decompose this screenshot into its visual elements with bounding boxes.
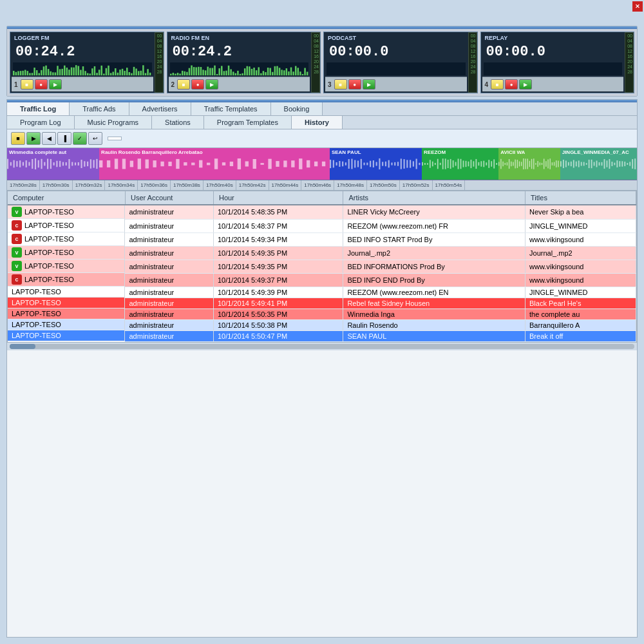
tab-program-log[interactable]: Program Log xyxy=(7,116,75,129)
table-row[interactable]: vLAPTOP-TESOadministrateur10/1/2014 5:48… xyxy=(8,205,636,219)
svg-rect-47 xyxy=(122,69,124,75)
prev-button[interactable]: ◀ xyxy=(42,132,56,145)
table-row[interactable]: cLAPTOP-TESOadministrateur10/1/2014 5:49… xyxy=(8,273,636,287)
svg-rect-234 xyxy=(483,161,484,167)
svg-rect-250 xyxy=(519,162,520,167)
table-row[interactable]: vLAPTOP-TESOadministrateur10/1/2014 5:49… xyxy=(8,260,636,273)
hour: 10/1/2014 5:48:37 PM xyxy=(213,219,343,232)
table-row[interactable]: LAPTOP-TESOadministrateur10/1/2014 5:50:… xyxy=(8,319,636,330)
table-row[interactable]: LAPTOP-TESOadministrateur10/1/2014 5:50:… xyxy=(8,308,636,319)
channel-rec-4[interactable]: ● xyxy=(505,79,518,90)
svg-rect-276 xyxy=(576,162,577,167)
channel-play-1[interactable]: ▶ xyxy=(49,79,62,90)
svg-rect-231 xyxy=(476,159,477,169)
svg-rect-96 xyxy=(253,68,255,75)
tab-program-templates[interactable]: Program Templates xyxy=(204,116,292,129)
svg-rect-34 xyxy=(91,68,93,75)
channel-play-4[interactable]: ▶ xyxy=(519,79,532,90)
scrollbar-bottom[interactable] xyxy=(7,343,637,350)
artists: Journal_.mp2 xyxy=(343,246,526,260)
vu-tick: 24 xyxy=(626,64,632,69)
logger-close-button[interactable]: ✕ xyxy=(632,1,643,12)
svg-rect-293 xyxy=(619,161,620,167)
channel-stop-1[interactable]: ■ xyxy=(21,79,33,90)
hour: 10/1/2014 5:49:41 PM xyxy=(213,298,343,308)
computer-name: LAPTOP-TESO xyxy=(24,208,74,216)
user-account: administrateur xyxy=(125,260,213,273)
scroll-track[interactable] xyxy=(10,344,634,349)
svg-rect-287 xyxy=(603,159,605,169)
artists: BED INFO END Prod By xyxy=(343,273,526,287)
tab-history[interactable]: History xyxy=(292,116,343,129)
svg-rect-70 xyxy=(193,67,194,75)
svg-rect-41 xyxy=(108,66,109,75)
channel-rec-2[interactable]: ● xyxy=(191,79,204,90)
logger-channels: LOGGER FM 00:24.2 1 ■ ● ▶ 00040812162024… xyxy=(7,29,637,96)
svg-rect-11 xyxy=(39,73,41,75)
tab-traffic-templates[interactable]: Traffic Templates xyxy=(191,102,271,115)
back-button[interactable]: ↩ xyxy=(88,132,102,145)
table-row[interactable]: vLAPTOP-TESOadministrateur10/1/2014 5:49… xyxy=(8,246,636,260)
vu-meter-2: 0004081216202428 xyxy=(311,32,320,93)
tab-music-programs[interactable]: Music Programs xyxy=(75,116,152,129)
ruler-tick: 17h50m32s xyxy=(73,180,106,190)
timeline-segment: JINGLE_WINMEDIA_07_AC xyxy=(560,148,637,180)
svg-rect-25 xyxy=(71,68,73,75)
table-row[interactable]: LAPTOP-TESOadministrateur10/1/2014 5:50:… xyxy=(8,330,636,341)
segment-label: JINGLE_WINMEDIA_07_AC xyxy=(562,149,629,155)
log-table-wrapper[interactable]: ComputerUser AccountHourArtistsTitles vL… xyxy=(7,191,637,343)
tab-stations[interactable]: Stations xyxy=(152,116,204,129)
artists: REEZOM (www.reezom.net) EN xyxy=(343,287,526,298)
svg-rect-289 xyxy=(609,159,610,169)
channel-stop-2[interactable]: ■ xyxy=(177,79,190,90)
svg-rect-145 xyxy=(84,161,85,166)
svg-rect-100 xyxy=(262,71,264,75)
svg-rect-247 xyxy=(513,162,514,166)
play-button[interactable]: ▶ xyxy=(26,132,41,145)
svg-rect-92 xyxy=(243,68,245,75)
vu-tick: 00 xyxy=(312,33,319,38)
tab-traffic-ads[interactable]: Traffic Ads xyxy=(70,102,129,115)
tab-advertisers[interactable]: Advertisers xyxy=(129,102,191,115)
svg-rect-143 xyxy=(78,162,79,166)
badge-cell: LAPTOP-TESO xyxy=(8,330,125,341)
svg-rect-187 xyxy=(351,159,352,169)
check-button[interactable]: ✓ xyxy=(73,132,87,145)
channel-rec-3[interactable]: ● xyxy=(348,79,361,90)
badge-cell: cLAPTOP-TESO xyxy=(8,232,125,246)
table-row[interactable]: cLAPTOP-TESOadministrateur10/1/2014 5:49… xyxy=(8,232,636,246)
svg-rect-81 xyxy=(218,68,220,75)
svg-rect-6 xyxy=(27,71,29,75)
channel-play-3[interactable]: ▶ xyxy=(363,79,375,90)
tab-booking[interactable]: Booking xyxy=(271,102,323,115)
svg-rect-119 xyxy=(306,71,308,75)
channel-rec-1[interactable]: ● xyxy=(35,79,48,90)
table-row[interactable]: LAPTOP-TESOadministrateur10/1/2014 5:49:… xyxy=(8,298,636,308)
svg-rect-272 xyxy=(565,160,567,167)
svg-rect-204 xyxy=(403,159,404,169)
table-header-cell: Hour xyxy=(213,191,343,205)
channel-play-2[interactable]: ▶ xyxy=(205,79,218,90)
svg-rect-297 xyxy=(629,162,630,166)
svg-rect-181 xyxy=(333,160,334,168)
channel-stop-4[interactable]: ■ xyxy=(491,79,504,90)
svg-rect-111 xyxy=(288,71,290,75)
scroll-thumb[interactable] xyxy=(10,344,35,349)
vu-tick: 20 xyxy=(469,59,476,64)
svg-rect-24 xyxy=(68,70,70,75)
svg-rect-139 xyxy=(66,162,67,166)
table-row[interactable]: cLAPTOP-TESOadministrateur10/1/2014 5:48… xyxy=(8,219,636,232)
svg-rect-21 xyxy=(61,69,63,75)
table-row[interactable]: LAPTOP-TESOadministrateur10/1/2014 5:49:… xyxy=(8,287,636,298)
channel-stop-3[interactable]: ■ xyxy=(334,79,347,90)
user-account: administrateur xyxy=(125,219,213,232)
vu-tick: 24 xyxy=(469,64,476,69)
tab-traffic-log[interactable]: Traffic Log xyxy=(7,102,70,115)
badge-cell: LAPTOP-TESO xyxy=(8,319,125,330)
vu-tick: 08 xyxy=(156,44,162,48)
svg-rect-196 xyxy=(379,158,380,169)
svg-rect-88 xyxy=(234,73,236,75)
stop-button[interactable]: ■ xyxy=(11,132,25,145)
next-button[interactable]: ▐ xyxy=(57,132,71,145)
svg-rect-19 xyxy=(57,66,59,75)
